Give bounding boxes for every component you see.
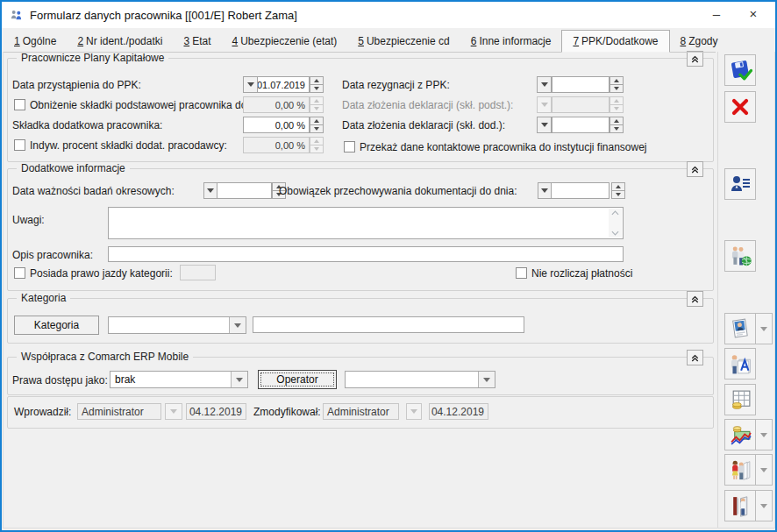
ppk-resign-date-field[interactable] [552,76,609,93]
group-ppk-title: Pracownicze Plany Kapitałowe [17,52,168,64]
tab-4-ubezpieczenie-etat[interactable]: 4Ubezpieczenie (etat) [222,32,348,52]
group-extra-info-title: Dodatkowe informacje [17,162,130,174]
ppk-decl-basic-field [552,96,609,113]
exam-date-field[interactable] [217,182,272,199]
tab-8-zgody[interactable]: 8Zgody [670,32,729,52]
ppk-join-date-spinner[interactable] [310,76,324,93]
window-people-icon [10,9,23,22]
ppk-decl-extra-dropdown[interactable] [537,117,552,133]
operator-button[interactable]: Operator [258,370,337,389]
ppk-join-date-dropdown[interactable] [243,76,258,93]
doc-retention-label: Obowiązek przechowywania dokumentacji do… [279,185,517,197]
employees-list-button[interactable] [724,454,756,486]
employee-additional-data-button[interactable] [724,168,756,200]
description-field[interactable] [108,246,624,262]
notes-scrollbar[interactable] [609,209,622,238]
payroll-grid-button[interactable] [724,384,756,415]
ppk-employer-pct-spinner [310,137,324,153]
combo-arrow-icon[interactable] [231,372,247,387]
group-ppk-collapse-button[interactable] [687,51,703,67]
category-description-field[interactable] [253,316,524,333]
ppk-decl-extra-spinner[interactable] [609,117,624,133]
tab-1-ogolne[interactable]: 1Ogólne [4,32,67,52]
tab-2-nr-ident-podatki[interactable]: 2Nr ident./podatki [67,32,173,52]
group-category-collapse-button[interactable] [687,291,703,307]
close-button[interactable]: × [737,2,770,25]
doc-retention-field[interactable] [551,182,609,199]
salary-chart-button[interactable] [724,419,756,450]
no-payment-label: Nie rozliczaj płatności [531,267,632,280]
save-button[interactable] [724,54,756,86]
tab-5-ubezpieczenie-cd[interactable]: 5Ubezpieczenie cd [347,32,460,52]
group-extra-info-collapse-button[interactable] [687,161,703,177]
dropdown-arrow-icon [760,433,767,437]
ppk-resign-date-spinner[interactable] [609,76,624,93]
notes-label: Uwagi: [12,214,45,226]
title-bar[interactable]: Formularz danych pracownika [[001/E] Rob… [2,2,775,28]
ppk-employer-pct-field: 0,00 % [243,137,310,153]
ppk-reduction-spinner [310,96,324,113]
window-title: Formularz danych pracownika [[001/E] Rob… [30,9,297,22]
modified-by-label: Zmodyfikował: [253,406,321,418]
ppk-join-date-field[interactable]: 01.07.2019 [257,76,310,93]
tab-6-inne-informacje[interactable]: 6Inne informacje [460,32,562,52]
dropdown-arrow-icon [760,504,767,508]
ppk-decl-basic-spinner [609,96,624,113]
operator-combobox[interactable] [345,371,495,388]
doc-retention-dropdown[interactable] [538,182,552,199]
salary-chart-dropdown[interactable] [756,419,773,450]
ppk-extra-contrib-field[interactable]: 0,00 % [243,117,310,133]
minimize-button[interactable]: – [700,2,733,25]
doc-retention-spinner[interactable] [611,182,625,199]
driving-license-checkbox[interactable] [14,267,25,279]
tab-7-ppk-dodatkowe[interactable]: 7PPK/Dodatkowe [561,30,669,53]
people-pair-icon [729,458,752,482]
employee-form-window: Formularz danych pracownika [[001/E] Rob… [0,0,777,532]
spinner-down-icon[interactable] [310,85,324,93]
dropdown-arrow-icon [760,468,767,472]
grid-coins-icon [729,388,752,412]
dismissal-dropdown[interactable] [756,490,773,521]
group-mobile-collapse-button[interactable] [687,350,703,365]
chevrons-up-icon [690,294,700,304]
ppk-extra-contrib-spinner[interactable] [310,117,324,133]
e-pracownik-button[interactable] [724,240,756,272]
close-icon: × [750,6,758,21]
photo-card-icon [729,317,752,340]
exam-date-dropdown[interactable] [203,182,217,199]
employee-photo-dropdown[interactable] [756,313,773,344]
ppk-reduction-field: 0,00 % [243,96,310,113]
no-payment-checkbox[interactable] [516,267,527,279]
ppk-decl-extra-label: Data złożenia deklaracji (skł. dod.): [342,119,505,131]
ppk-forward-contact-checkbox[interactable] [344,141,355,153]
ppk-employer-pct-checkbox[interactable] [14,139,25,151]
notes-textarea[interactable] [108,207,624,239]
tab-3-etat[interactable]: 3Etat [173,32,221,52]
access-rights-combobox[interactable]: brak [110,371,248,388]
cancel-icon [729,96,752,118]
ppk-resign-date-dropdown[interactable] [537,76,552,93]
dismissal-button[interactable] [724,490,756,521]
cancel-button[interactable] [724,91,756,123]
access-rights-label: Prawa dostępu jako: [12,374,108,387]
ppk-decl-extra-field[interactable] [552,117,609,133]
employees-list-dropdown[interactable] [756,454,773,486]
chevrons-up-icon [690,165,700,174]
exit-door-icon [729,494,752,518]
combo-arrow-icon[interactable] [478,372,495,387]
category-button[interactable]: Kategoria [14,316,99,335]
ppk-reduction-checkbox[interactable] [14,99,25,110]
created-by-field: Administrator [77,403,161,420]
person-document-icon [729,352,752,376]
employee-records-button[interactable] [724,348,756,379]
category-combobox[interactable] [108,316,246,334]
spinner-up-icon[interactable] [310,76,324,85]
created-by-dropdown [165,403,182,420]
employee-photo-button[interactable] [724,313,756,344]
ppk-decl-basic-dropdown [537,96,552,113]
ppk-decl-basic-label: Data złożenia deklaracji (skł. podst.): [342,99,513,111]
modified-by-dropdown [406,403,422,420]
scroll-up-icon [611,210,619,216]
combo-arrow-icon[interactable] [229,317,246,333]
created-by-label: Wprowadził: [14,406,71,418]
